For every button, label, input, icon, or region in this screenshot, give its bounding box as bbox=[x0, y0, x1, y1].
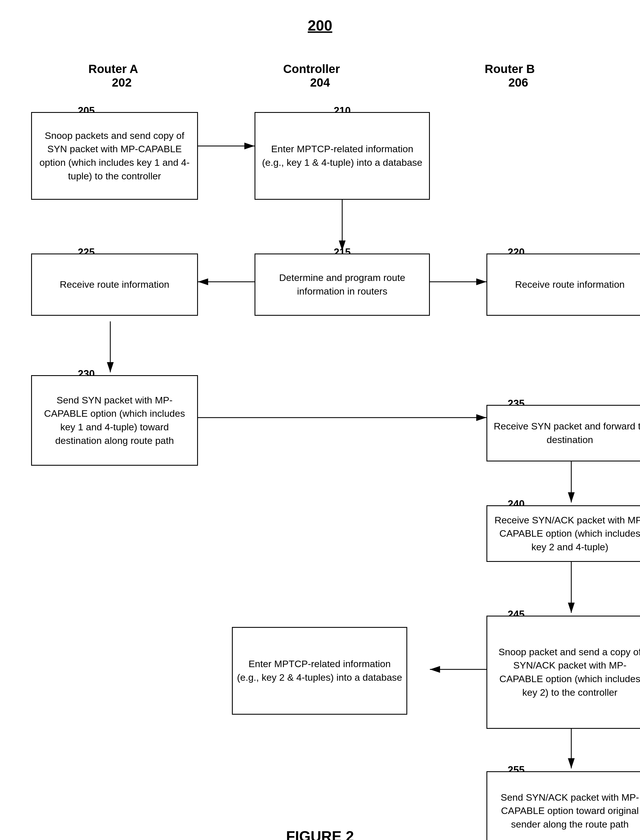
box-215: Determine and program route information … bbox=[254, 253, 430, 316]
box-230: Send SYN packet with MP-CAPABLE option (… bbox=[31, 375, 198, 466]
box-220: Receive route information bbox=[486, 253, 640, 316]
col-header-router-b: Router B bbox=[425, 62, 595, 76]
col-header-controller: Controller bbox=[227, 62, 397, 76]
box-210: Enter MPTCP-related information (e.g., k… bbox=[254, 112, 430, 200]
flow-area: 205 Snoop packets and send copy of SYN p… bbox=[22, 98, 618, 805]
box-250: Enter MPTCP-related information (e.g., k… bbox=[232, 627, 407, 715]
diagram-title: 200 bbox=[22, 17, 618, 34]
col-header-router-a: Router A bbox=[29, 62, 198, 76]
box-255: Send SYN/ACK packet with MP-CAPABLE opti… bbox=[486, 771, 640, 840]
box-245: Snoop packet and send a copy of SYN/ACK … bbox=[486, 616, 640, 729]
box-225: Receive route information bbox=[31, 253, 198, 316]
box-240: Receive SYN/ACK packet with MP-CAPABLE o… bbox=[486, 505, 640, 562]
col-sub-router-a: 202 bbox=[29, 76, 215, 90]
col-sub-router-b: 206 bbox=[425, 76, 612, 90]
box-235: Receive SYN packet and forward to destin… bbox=[486, 405, 640, 462]
columns-header: Router A 202 Controller 204 Router B 206 bbox=[22, 62, 618, 90]
diagram-container: 200 Router A 202 Controller 204 Router B… bbox=[0, 0, 640, 840]
box-205: Snoop packets and send copy of SYN packe… bbox=[31, 112, 198, 200]
col-sub-controller: 204 bbox=[227, 76, 413, 90]
